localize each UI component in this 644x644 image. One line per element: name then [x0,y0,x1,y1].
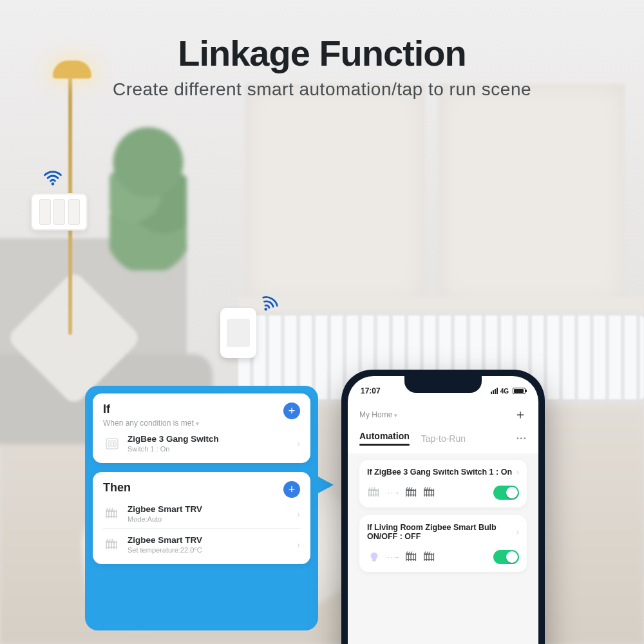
then-title: Then [103,481,131,495]
radiator-icon [103,536,121,554]
automation-rule[interactable]: If ZigBee 3 Gang Switch Switch 1 : On › … [359,460,527,507]
headline-title: Linkage Function [0,32,644,74]
network-label: 4G [500,388,509,395]
status-time: 17:07 [361,386,381,395]
radiator-icon [422,550,437,564]
automation-rule[interactable]: If Living Room Zigbee Smart Bulb ON/OFF … [359,515,527,572]
add-condition-button[interactable]: + [283,402,300,419]
rule-toggle[interactable] [493,486,519,500]
then-item-1-title: Zigbee Smart TRV [128,535,290,545]
then-item-0-title: Zigbee Smart TRV [128,504,290,514]
add-button[interactable]: ＋ [514,406,527,423]
if-item-subtitle: Switch 1 : On [128,445,290,453]
then-item-0-subtitle: Mode:Auto [128,515,290,523]
bulb-icon [367,550,381,564]
chevron-right-icon: › [297,540,300,550]
home-dropdown[interactable]: My Home [359,410,397,419]
rule-toggle[interactable] [493,550,519,564]
radiator-icon [103,505,121,523]
then-action-row[interactable]: Zigbee Smart TRV Mode:Auto › [103,498,300,528]
radiator-icon [422,486,437,500]
if-condition-mode[interactable]: When any condition is met [103,419,199,428]
chevron-right-icon: › [516,527,519,536]
arrow-icon: ···→ [385,553,401,561]
then-item-1-subtitle: Set temperature:22.0°C [128,546,290,554]
switch-icon [103,435,121,453]
wall-switch-graphic [31,193,88,231]
rule-0-condition: If ZigBee 3 Gang Switch Switch 1 : On [367,468,512,477]
if-item-title: ZigBee 3 Gang Switch [128,434,290,444]
phone-mockup: 17:07 4G My Home ＋ Automation Tap-to-Run… [341,370,545,644]
arrow-icon: ···→ [385,489,401,497]
then-card: Then + Zigbee Smart TRV Mode:Auto › Zigb… [93,472,310,564]
automation-callout: If When any condition is met + ZigBee 3 … [85,386,318,630]
wifi-icon [39,165,67,189]
chevron-right-icon: › [297,509,300,519]
headline-subtitle: Create different smart automation/tap to… [0,79,644,100]
tab-automation[interactable]: Automation [359,431,410,446]
add-action-button[interactable]: + [283,481,300,498]
radiator-icon [404,486,419,500]
if-card: If When any condition is met + ZigBee 3 … [93,393,310,463]
if-condition-row[interactable]: ZigBee 3 Gang Switch Switch 1 : On › [103,428,300,458]
radiator-icon [404,550,419,564]
tab-tap-to-run[interactable]: Tap-to-Run [421,433,466,444]
more-icon[interactable]: ··· [516,433,527,444]
rule-1-condition: If Living Room Zigbee Smart Bulb ON/OFF … [367,523,516,541]
then-action-row[interactable]: Zigbee Smart TRV Set temperature:22.0°C … [103,528,300,559]
chevron-right-icon: › [297,439,300,449]
battery-icon [513,388,526,394]
if-title: If [103,402,199,416]
radiator-icon [367,486,381,500]
signal-icon [491,388,498,394]
trv-device-graphic [220,308,256,358]
chevron-right-icon: › [516,468,519,477]
